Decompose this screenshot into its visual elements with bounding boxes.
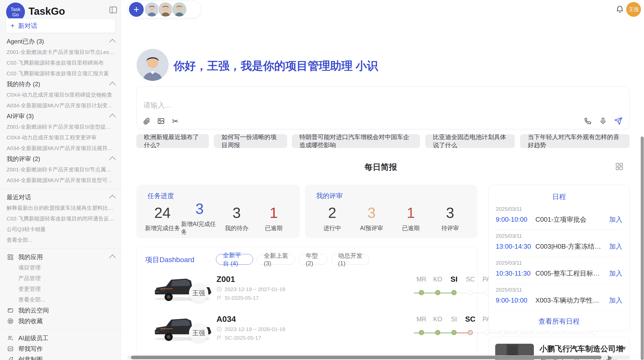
schedule-name: C005-整车工程目标评审 (535, 269, 606, 278)
feather-icon (7, 356, 14, 360)
new-chat-button[interactable]: + 新对话 (6, 18, 115, 33)
stat: 3 我的待办 (218, 202, 255, 234)
app-logo-text-bottom: Go (12, 12, 19, 17)
join-button[interactable]: 加入 (609, 296, 622, 305)
layout-grid-icon[interactable] (615, 162, 624, 171)
list-item[interactable]: Z001-全新燃油轻卡产品开发项目SI造型提交物评审 (0, 122, 121, 132)
scroll-right-arrow-icon[interactable]: ▶ (608, 354, 612, 360)
suggestion-chip[interactable]: 特朗普可能对进口汽车增税会对中国车企造成哪些影响 (292, 134, 420, 148)
writing-icon (7, 346, 14, 352)
chat-input[interactable] (143, 101, 449, 110)
notification-bell-icon[interactable] (616, 5, 624, 14)
view-all-chats[interactable]: 查看全部... (0, 235, 121, 245)
filter-pill[interactable]: 全新平台 (4) (216, 254, 253, 265)
send-icon[interactable] (614, 117, 623, 125)
daily-briefing-title: 每日简报 (121, 162, 640, 173)
schedule-time: 9:00-10:00 (496, 296, 535, 304)
avatar[interactable] (172, 2, 187, 17)
clock-icon (216, 326, 222, 332)
filter-pill[interactable]: 年型 (2) (299, 254, 327, 265)
schedule-name: C003|H0B-方案冻结评审 (535, 242, 606, 251)
section-ai-review[interactable]: AI评审 (3) (0, 111, 121, 122)
sidebar-item-project-mgmt[interactable]: 项目管理 (0, 262, 121, 273)
dashboard-title: 项目Dashboard (145, 255, 194, 265)
section-recent-chats[interactable]: 最近对话 (0, 192, 121, 203)
project-dates: 2023-12-19 ~ 2026-01-19 (216, 326, 285, 332)
suggestion-chip[interactable]: 如何写一份清晰的项目周报 (214, 134, 287, 148)
view-all-schedule-link[interactable]: 查看所有日程 (489, 317, 630, 326)
section-my-review[interactable]: 我的评审 (2) (0, 154, 121, 164)
flag-icon (216, 335, 222, 341)
clock-icon (216, 287, 222, 292)
my-review-card: 我的评审 2 进行中 3 AI预评审 1 已逾期 3 待评审 (305, 185, 477, 238)
project-flag-date: SI-2025-05-17 (216, 295, 259, 301)
section-agent-done[interactable]: Agent已办 (3) (0, 36, 121, 47)
scroll-down-arrow-icon[interactable]: ▼ (621, 345, 627, 351)
avatar[interactable] (158, 2, 173, 17)
list-item[interactable]: A034-全新新能源MUV产品开发项目造型可行性评审 (0, 175, 121, 186)
list-item[interactable]: C02-飞腾新能源轻客改款项目的闭环通告反馈情况 (0, 213, 121, 224)
list-item[interactable]: C0X4-动力总成开发项目工程变更评审 (0, 132, 121, 143)
list-item[interactable]: C02-飞腾新能源轻客改款项目立项汇报方案 (0, 68, 121, 79)
image-icon[interactable] (157, 117, 165, 125)
star-circle-icon (7, 318, 14, 324)
list-item[interactable]: A034-全新新能源MUV产品开发项目法规符合性评审 (0, 143, 121, 154)
project-code: A034 (216, 314, 236, 324)
sidebar-item-help-me-write[interactable]: 帮我写作 (0, 343, 121, 354)
project-row[interactable]: 王强 A034 2023-12-19 ~ 2026-01-19 SC-2025-… (144, 313, 472, 353)
join-button[interactable]: 加入 (609, 242, 622, 251)
plus-icon: + (10, 22, 14, 30)
join-button[interactable]: 加入 (609, 269, 622, 278)
sidebar-item-creative-drawing[interactable]: 创意制图 (0, 354, 121, 360)
list-item[interactable]: Z001-全新燃油轻卡产品开发项目SI节点属性5D文件评审 (0, 164, 121, 175)
people-icon (7, 335, 14, 341)
app-title: TaskGo (28, 6, 65, 17)
filter-pill[interactable]: 全新上装 (3) (257, 254, 295, 265)
list-item[interactable]: 公司Q3轻卡销量 (0, 224, 121, 235)
sidebar-item-change-mgmt[interactable]: 变更管理 (0, 284, 121, 294)
suggestion-chip[interactable]: 比亚迪全固态电池计划具体说了什么 (425, 134, 515, 148)
scissors-icon[interactable]: ✂ (171, 117, 180, 125)
schedule-title: 日程 (489, 192, 630, 201)
schedule-card: 日程 2025/03/11 9:00-10:00 C001-立项审批会 加入 2… (488, 185, 630, 331)
sidebar-item-my-favorites[interactable]: 我的收藏 (0, 316, 121, 326)
project-flag-date: SC-2025-05-17 (216, 335, 261, 341)
list-item[interactable]: C02-飞腾新能源轻客改款项目里程碑画布 (0, 57, 121, 68)
microphone-icon[interactable] (599, 117, 607, 125)
join-button[interactable]: 加入 (609, 215, 622, 224)
user-avatar[interactable]: 王强 (626, 2, 641, 17)
project-dashboard-card: 项目Dashboard 全新平台 (4) 全新上装 (3) 年型 (2) 动总开… (136, 247, 477, 360)
phone-icon[interactable] (583, 117, 592, 125)
avatar[interactable] (144, 2, 159, 17)
chevron-up-icon (109, 195, 115, 201)
sidebar-item-my-cloud[interactable]: 我的云空间 (0, 305, 121, 316)
stat: 1 已逾期 (391, 202, 431, 234)
composer: ✂ (137, 86, 630, 129)
sidebar-item-product-mgmt[interactable]: 产品管理 (0, 273, 121, 284)
list-item[interactable]: 解释最新出台的欧盟报废车法规再生塑料比例被调至15%... (0, 203, 121, 213)
chevron-up-icon (109, 82, 115, 88)
attachment-icon[interactable] (142, 117, 151, 125)
sidebar-collapse-icon[interactable] (108, 5, 118, 15)
sidebar-item-ai-super-staff[interactable]: AI超级员工 (0, 333, 121, 343)
schedule-item: 2025/03/11 10:30-11:30 C005-整车工程目标评审 加入 (496, 260, 622, 285)
sidebar-item-my-apps[interactable]: 我的应用 (0, 252, 121, 262)
card-title: 任务进度 (148, 191, 174, 200)
view-all-apps[interactable]: 查看全部... (0, 294, 121, 305)
section-my-todo[interactable]: 我的待办 (2) (0, 79, 121, 89)
horizontal-scrollbar-thumb[interactable] (131, 356, 602, 359)
stat: 3 待评审 (431, 202, 470, 234)
list-item[interactable]: Z001-全新燃油皮卡产品开发项目SI节点Lesson Learn报告 (0, 47, 121, 57)
project-code: Z001 (216, 275, 235, 284)
card-title: 我的评审 (316, 191, 343, 200)
vertical-scrollbar-thumb[interactable] (641, 137, 644, 360)
suggestion-chip[interactable]: 当下年轻人对汽车外观有怎样的喜好趋势 (520, 134, 630, 148)
suggestion-chip[interactable]: 欧洲新规最近颁布了什么? (136, 134, 209, 148)
add-agent-button[interactable]: + (129, 2, 144, 17)
list-item[interactable]: C0X4-动力总成开发项目SI里程碑提交物检查 (0, 89, 121, 100)
filter-pill[interactable]: 动总开发 (1) (331, 254, 369, 265)
project-row[interactable]: 王强 Z001 2023-12-19 ~ 2027-01-19 SI-2025-… (144, 274, 472, 313)
stat: 2 进行中 (313, 202, 352, 234)
task-progress-card: 任务进度 24 新增完成任务 3 新增AI完成任务 3 我的待办 1 已逾期 (136, 185, 300, 238)
list-item[interactable]: A034-全新新能源MUV产品开发项目计划变更表编写 (0, 100, 121, 111)
